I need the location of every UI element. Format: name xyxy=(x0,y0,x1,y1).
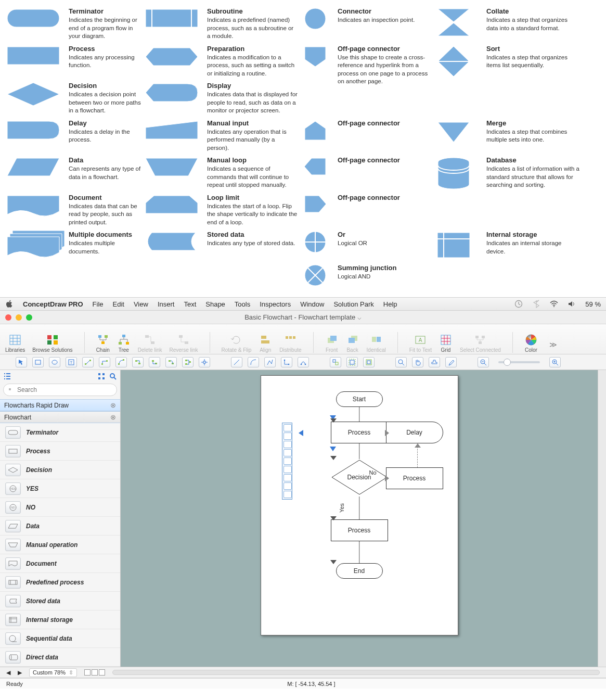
zoom-slider[interactable] xyxy=(498,361,540,363)
connector-tool-4[interactable] xyxy=(132,357,144,367)
connector-tool-3[interactable] xyxy=(115,357,127,367)
line-tool-4[interactable] xyxy=(281,357,292,367)
sidebar-section-flowchart[interactable]: Flowchart⊗ xyxy=(0,411,120,423)
rd-tool-1[interactable] xyxy=(283,424,292,431)
pointer-tool[interactable] xyxy=(16,357,27,367)
node-process-1[interactable]: Process xyxy=(331,422,388,443)
grid-button[interactable]: Grid xyxy=(439,334,453,353)
rd-tool-7[interactable] xyxy=(283,474,292,481)
page-nav-next[interactable]: ▶ xyxy=(18,669,22,676)
menu-view[interactable]: View xyxy=(134,300,148,308)
page-nav-prev[interactable]: ◀ xyxy=(6,669,10,676)
document-title[interactable]: Basic Flowchart - Flowchart template xyxy=(244,313,355,321)
bluetooth-icon[interactable] xyxy=(532,300,540,308)
menu-solution-park[interactable]: Solution Park xyxy=(333,300,373,308)
connector-tool-8[interactable] xyxy=(199,357,210,367)
sidebar-section-rapid[interactable]: Flowcharts Rapid Draw⊗ xyxy=(0,399,120,411)
rapid-draw-toolbar[interactable] xyxy=(282,423,292,500)
lib-yes[interactable]: YESYES xyxy=(0,479,120,498)
ellipse-tool[interactable] xyxy=(49,357,60,367)
menu-text[interactable]: Text xyxy=(184,300,196,308)
lib-data[interactable]: Data xyxy=(0,517,120,536)
menu-inspectors[interactable]: Inspectors xyxy=(260,300,291,308)
distribute-button[interactable]: Distribute xyxy=(279,334,301,353)
identical-button[interactable]: Identical xyxy=(367,334,386,353)
pan-tool[interactable] xyxy=(412,357,423,367)
fit-to-text-button[interactable]: AFit to Text xyxy=(409,334,432,353)
line-tool-2[interactable] xyxy=(248,357,259,367)
menu-app-name[interactable]: ConceptDraw PRO xyxy=(23,300,83,308)
node-process-3[interactable]: Process xyxy=(331,519,388,541)
node-process-2[interactable]: Process xyxy=(386,467,443,489)
menu-help[interactable]: Help xyxy=(383,300,397,308)
connector-tool-6[interactable] xyxy=(165,357,177,367)
align-button[interactable]: Align xyxy=(259,334,272,353)
lib-decision[interactable]: Decision xyxy=(0,461,120,479)
rect-tool[interactable] xyxy=(32,357,44,367)
rd-tool-3[interactable] xyxy=(283,441,292,448)
canvas[interactable]: Start Process Delay Decision No Yes Proc… xyxy=(121,370,598,667)
node-end[interactable]: End xyxy=(336,563,383,579)
drawing-page[interactable]: Start Process Delay Decision No Yes Proc… xyxy=(261,375,458,635)
group-tool-1[interactable] xyxy=(330,357,341,367)
page-thumbs[interactable] xyxy=(84,669,105,676)
more-tools-icon[interactable]: ≫ xyxy=(549,340,557,353)
connector-tool-1[interactable] xyxy=(82,357,94,367)
menu-insert[interactable]: Insert xyxy=(158,300,175,308)
lib-sequential-data[interactable]: Sequential data xyxy=(0,629,120,648)
volume-icon[interactable] xyxy=(568,300,576,308)
menu-window[interactable]: Window xyxy=(300,300,324,308)
node-delay[interactable]: Delay xyxy=(386,422,443,443)
back-button[interactable]: Back xyxy=(346,334,359,353)
rd-tool-2[interactable] xyxy=(283,432,292,440)
connector-tool-5[interactable] xyxy=(149,357,160,367)
zoom-in-tool[interactable] xyxy=(395,357,407,367)
rotate-flip-button[interactable]: Rotate & Flip xyxy=(222,334,252,353)
close-icon[interactable]: ⊗ xyxy=(110,401,116,409)
stamp-tool[interactable] xyxy=(429,357,440,367)
lib-document[interactable]: Document xyxy=(0,554,120,573)
rd-tool-9[interactable] xyxy=(283,491,292,498)
select-connected-button[interactable]: Select Connected xyxy=(460,334,501,353)
browse-solutions-button[interactable]: Browse Solutions xyxy=(32,334,72,353)
zoom-out-button[interactable] xyxy=(478,357,489,367)
lib-no[interactable]: NONO xyxy=(0,498,120,517)
front-button[interactable]: Front xyxy=(325,334,339,353)
connector-tool-7[interactable] xyxy=(182,357,194,367)
node-start[interactable]: Start xyxy=(336,391,383,407)
chain-button[interactable]: Chain xyxy=(96,334,110,353)
wifi-icon[interactable] xyxy=(550,300,558,308)
vertical-scrollbar[interactable] xyxy=(598,370,606,667)
lib-process[interactable]: Process xyxy=(0,442,120,461)
sidebar-list-icon[interactable] xyxy=(3,372,11,380)
rd-tool-8[interactable] xyxy=(283,482,292,490)
rd-tool-6[interactable] xyxy=(283,466,292,473)
lib-internal-storage[interactable]: Internal storage xyxy=(0,610,120,629)
zoom-in-button[interactable] xyxy=(549,357,561,367)
menu-file[interactable]: File xyxy=(93,300,104,308)
text-tool[interactable]: T xyxy=(66,357,77,367)
close-icon[interactable]: ⊗ xyxy=(110,413,116,421)
horizontal-scrollbar[interactable] xyxy=(112,670,600,675)
menu-tools[interactable]: Tools xyxy=(235,300,250,308)
library-search-input[interactable] xyxy=(3,384,117,396)
line-tool-5[interactable] xyxy=(298,357,309,367)
timemachine-icon[interactable] xyxy=(514,300,523,308)
group-tool-2[interactable] xyxy=(346,357,358,367)
libraries-button[interactable]: Libraries xyxy=(5,334,25,353)
rd-tool-4[interactable] xyxy=(283,449,292,456)
zoom-selector[interactable]: Custom 78%⇳ xyxy=(29,668,77,677)
rd-tool-5[interactable] xyxy=(283,457,292,465)
eyedropper-tool[interactable] xyxy=(445,357,457,367)
group-tool-3[interactable] xyxy=(363,357,375,367)
menu-edit[interactable]: Edit xyxy=(113,300,124,308)
lib-predefined[interactable]: Predefined process xyxy=(0,573,120,592)
sidebar-search-icon[interactable] xyxy=(109,372,117,380)
menu-shape[interactable]: Shape xyxy=(205,300,225,308)
lib-stored-data[interactable]: Stored data xyxy=(0,592,120,610)
lib-manual-op[interactable]: Manual operation xyxy=(0,536,120,554)
tree-button[interactable]: Tree xyxy=(117,334,131,353)
line-tool-3[interactable] xyxy=(264,357,276,367)
line-tool-1[interactable] xyxy=(231,357,242,367)
node-decision[interactable]: Decision xyxy=(331,459,388,495)
